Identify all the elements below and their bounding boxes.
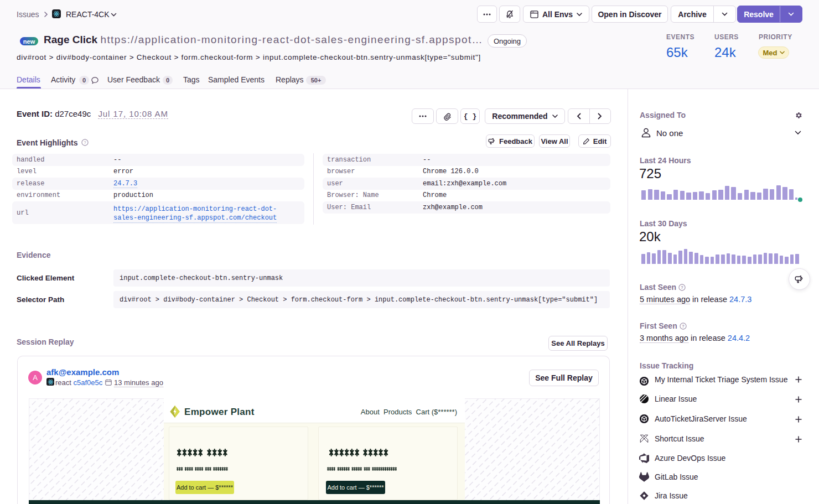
svg-text:?: ?: [681, 285, 683, 290]
svg-text:?: ?: [682, 324, 685, 329]
svg-text:?: ?: [84, 140, 86, 145]
